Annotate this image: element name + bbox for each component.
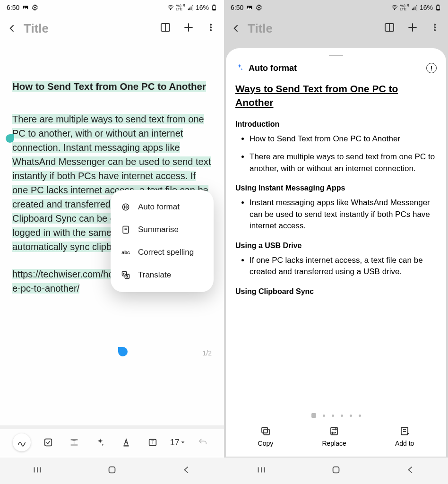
- reader-icon[interactable]: [384, 22, 395, 35]
- sheet-handle[interactable]: [329, 55, 343, 56]
- menu-correct-spelling[interactable]: abc Correct spelling: [111, 241, 214, 264]
- gallery-icon: [246, 4, 253, 11]
- menu-item-label: Summarise: [138, 225, 179, 234]
- note-title-field[interactable]: Title: [248, 21, 379, 36]
- back-button[interactable]: [230, 24, 243, 33]
- toolbar-divider: [0, 425, 224, 429]
- undo-button[interactable]: [194, 434, 211, 451]
- textbox-button[interactable]: T: [144, 434, 161, 451]
- battery-icon: [211, 4, 217, 11]
- info-icon[interactable]: !: [426, 63, 437, 73]
- reader-icon[interactable]: [160, 22, 171, 35]
- signal-icon: [411, 4, 418, 11]
- note-heading: How to Send Text from One PC to Another: [12, 81, 206, 92]
- home-button[interactable]: [107, 465, 117, 477]
- lte-indicator: Vo) RLTE: [400, 4, 409, 11]
- action-label: Copy: [258, 440, 274, 447]
- menu-auto-format[interactable]: Auto format: [111, 196, 214, 218]
- section-title: Using Instant Messaging Apps: [235, 184, 437, 192]
- page-indicator: 1/2: [203, 348, 212, 358]
- nav-back-button[interactable]: [405, 465, 416, 477]
- svg-rect-41: [415, 7, 416, 10]
- menu-item-label: Auto format: [138, 202, 180, 212]
- ai-button[interactable]: [92, 434, 109, 451]
- copy-icon: [260, 425, 271, 437]
- note-title-field[interactable]: Title: [24, 21, 155, 36]
- action-label: Replace: [322, 440, 346, 447]
- section-bullet: If one PC lacks internet access, a text …: [250, 255, 437, 278]
- recents-button[interactable]: [32, 465, 43, 477]
- spelling-icon: abc: [121, 250, 130, 255]
- battery-percent: 16%: [196, 4, 209, 11]
- page-dots[interactable]: [233, 406, 439, 421]
- status-time: 6:50: [7, 4, 19, 11]
- recents-button[interactable]: [256, 465, 267, 477]
- svg-rect-54: [262, 427, 267, 433]
- selection-handle-end[interactable]: [118, 347, 128, 356]
- app-header: Title: [0, 15, 224, 42]
- svg-text:T: T: [73, 440, 76, 445]
- lte-indicator: Vo) RLTE: [176, 4, 185, 11]
- app-header: Title: [224, 15, 448, 42]
- editor-toolbar: T T 17: [0, 429, 224, 456]
- nav-back-button[interactable]: [181, 465, 192, 477]
- addto-icon: [399, 425, 410, 437]
- svg-rect-5: [190, 8, 190, 10]
- battery-icon: [435, 4, 441, 11]
- checkbox-button[interactable]: [40, 434, 57, 451]
- svg-point-38: [394, 9, 395, 10]
- gear-icon: [256, 4, 262, 11]
- system-nav: [224, 458, 448, 484]
- sheet-content[interactable]: Ways to Send Text from One PC to Another…: [233, 80, 439, 406]
- wifi-icon: [167, 4, 174, 11]
- svg-point-3: [170, 9, 171, 10]
- home-button[interactable]: [331, 465, 341, 477]
- add-icon[interactable]: [406, 21, 419, 35]
- svg-point-15: [210, 24, 211, 26]
- fontcolor-button[interactable]: [118, 434, 135, 451]
- menu-summarise[interactable]: Summarise: [111, 218, 214, 241]
- svg-point-37: [258, 7, 260, 9]
- section-title: Using a USB Drive: [235, 242, 437, 250]
- svg-rect-9: [213, 5, 215, 5]
- svg-point-16: [210, 26, 211, 28]
- back-button[interactable]: [6, 24, 19, 33]
- menu-item-label: Correct spelling: [138, 248, 194, 257]
- svg-rect-53: [264, 429, 269, 435]
- svg-point-36: [248, 7, 249, 8]
- svg-rect-40: [414, 8, 414, 10]
- section-bullet: Instant messaging apps like WhatsAnd Mes…: [250, 197, 437, 232]
- status-time: 6:50: [231, 4, 243, 11]
- selection-handle-start[interactable]: [6, 134, 14, 143]
- menu-translate[interactable]: Translate: [111, 264, 214, 286]
- signal-icon: [187, 4, 194, 11]
- handwriting-button[interactable]: [13, 433, 31, 451]
- svg-rect-55: [331, 427, 337, 435]
- textstyle-button[interactable]: T: [66, 434, 83, 451]
- svg-point-52: [434, 29, 435, 31]
- autoformat-sheet: Auto format ! Ways to Send Text from One…: [226, 48, 446, 457]
- section-bullet: There are multiple ways to send text fro…: [250, 151, 437, 174]
- replace-button[interactable]: Replace: [322, 425, 346, 447]
- svg-rect-6: [191, 7, 192, 10]
- copy-button[interactable]: Copy: [258, 425, 274, 447]
- svg-text:T: T: [151, 440, 154, 445]
- svg-point-51: [434, 26, 435, 28]
- more-icon[interactable]: [430, 23, 439, 34]
- svg-rect-10: [213, 9, 215, 10]
- battery-percent: 16%: [420, 4, 433, 11]
- system-nav: [0, 458, 224, 484]
- context-menu: Auto format Summarise abc Correct spelli…: [111, 190, 214, 292]
- svg-rect-44: [437, 5, 439, 5]
- summarise-icon: [121, 225, 130, 234]
- svg-point-1: [24, 7, 25, 8]
- add-icon[interactable]: [182, 21, 195, 35]
- gear-icon: [32, 4, 38, 11]
- addto-button[interactable]: Add to: [395, 425, 414, 447]
- menu-item-label: Translate: [138, 270, 171, 280]
- translate-icon: [121, 270, 130, 280]
- formatted-heading: Ways to Send Text from One PC to Another: [235, 82, 437, 110]
- fontsize-selector[interactable]: 17: [170, 438, 185, 448]
- wifi-icon: [391, 4, 398, 11]
- more-icon[interactable]: [206, 23, 215, 34]
